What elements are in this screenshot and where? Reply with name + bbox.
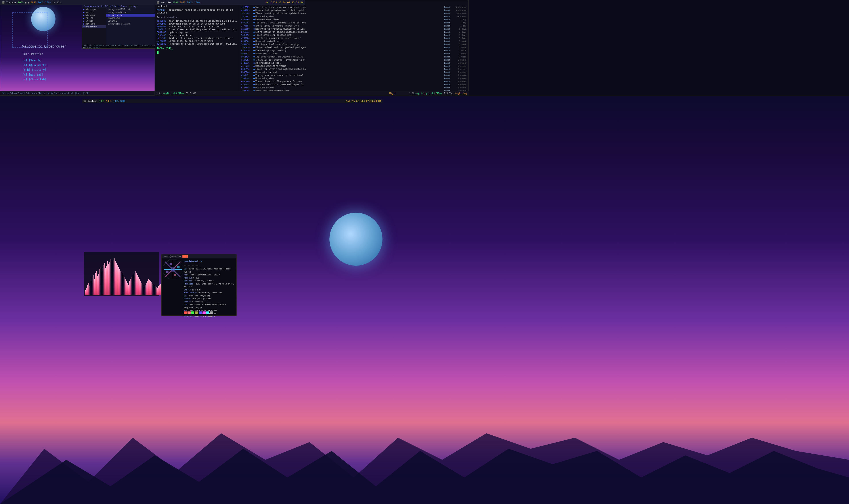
neo-value: ASUS COMPUTER INC. G512V — [191, 274, 220, 276]
log-author: Emmet — [444, 16, 454, 18]
sb-left-title: Youtube — [6, 1, 16, 4]
git-log-item: bc3130c●Updated install notesEmmet1 week — [241, 40, 467, 43]
log-hash: bc3130c — [241, 40, 253, 42]
git-left-panel: Head: main Fixed all screenshots to be o… — [155, 0, 239, 95]
audio-bar — [106, 266, 107, 295]
log-msg: Extra lines to ensure flakes work — [255, 24, 444, 27]
commit-hash: dee0888 — [157, 20, 169, 22]
fb-footer-text: drwxr-xr 1 emmet users 528 B 2023-11-04 … — [83, 44, 156, 49]
qute-nav-history[interactable]: [S-h] [History] — [22, 68, 66, 72]
neo-info-item: Uptime: 13 hours, 35 mins — [184, 280, 236, 283]
svg-rect-61 — [174, 274, 176, 276]
log-time: 3 days — [454, 37, 466, 39]
git-commit-item: dee0888main gitea/main gitlab/main githu… — [157, 20, 237, 22]
fb-item-lrnix[interactable]: ▶ lr-nix — [82, 19, 106, 22]
qute-nav-closetab[interactable]: [x] [Close tab] — [22, 77, 66, 82]
log-author: Emmet — [444, 53, 454, 55]
fb-item-uwunicorn[interactable]: ▼ uwunicorn — [82, 25, 106, 28]
log-dot: ● — [253, 46, 255, 49]
log-hash: 5a6b819 — [241, 47, 253, 49]
log-hash: b3c6a33 — [241, 31, 253, 33]
audio-bar — [139, 279, 140, 295]
log-dot: ● — [253, 58, 255, 61]
audio-bar — [129, 281, 130, 295]
audio-bar — [160, 284, 161, 295]
git-commits-container: dee0888main gitea/main gitlab/main githu… — [157, 20, 237, 45]
fb-right-license[interactable]: LICENSE — [106, 19, 157, 22]
sb-left-icon: 🎬 — [2, 1, 5, 4]
bsb-cpu: 104% 100% — [113, 100, 125, 102]
log-dot: ● — [253, 62, 255, 64]
log-author: Emmet — [444, 37, 454, 39]
log-hash: e011f28 — [241, 56, 253, 58]
fb-item-reorg[interactable]: ▶ RE=.org — [82, 22, 106, 25]
git-log-item: 5af93d2●Testing if auto-cpufreq is syste… — [241, 21, 467, 24]
log-dot: ● — [253, 49, 255, 52]
neo-color-swatch — [206, 311, 210, 314]
neo-color-swatch — [210, 311, 213, 314]
log-author: Emmet — [444, 19, 454, 21]
fb-folder-icon: ▶ — [83, 17, 85, 19]
divider — [0, 95, 849, 96]
log-author: Emmet — [444, 56, 454, 58]
audio-bar — [140, 281, 141, 295]
log-msg: Getting rid of some electron pkgs — [255, 43, 444, 46]
qute-nav-label-qm: [Quickmarks] — [29, 64, 48, 67]
qute-nav-newtab[interactable]: [t] [New tab] — [22, 72, 66, 77]
commit-msg: Updated system — [169, 31, 237, 34]
fb-right-bg256[interactable]: background256.txt — [106, 8, 157, 11]
audio-bar — [149, 280, 150, 295]
log-dot: ● — [253, 9, 255, 12]
audio-bar — [128, 285, 129, 295]
neo-value: Hyprland (Wayland) — [188, 295, 210, 297]
git-merge-label: Merge: — [157, 8, 167, 11]
fb-right-bg4[interactable]: background4.txt — [106, 11, 157, 14]
fb-folder-icon: ▶ — [83, 20, 85, 22]
qute-nav-quickmarks[interactable]: [b] [Quickmarks] — [22, 63, 66, 68]
audio-bar — [103, 265, 104, 295]
sb-right-icon: 🎬 — [157, 1, 160, 4]
audio-bar — [108, 264, 109, 295]
audio-bar — [92, 277, 92, 295]
fb-item-blossom[interactable]: ▶ blossom — [82, 14, 106, 17]
fb-right-yaml[interactable]: uwunicorn-yt.yaml — [106, 22, 157, 25]
neo-colorbar: ████ — [182, 255, 188, 257]
audio-bar — [100, 269, 100, 295]
audio-bar — [111, 259, 111, 295]
audio-bar — [120, 269, 120, 295]
qute-nav-key-o: [o] — [22, 59, 27, 62]
commit-msg: Fixes flake not building when flake.nix … — [169, 28, 237, 31]
log-hash: e4e563c — [241, 84, 253, 86]
neo-info-item: Packages: 1303 (nix-user), 2792 (nix-sys… — [184, 283, 236, 288]
git-commit-item: 4860fe0Ranger dnd optimization + qb file… — [157, 25, 237, 28]
git-log-item: e5b9f51●Trying some new power optimizati… — [241, 74, 467, 77]
log-hash: c65b3d0 — [241, 80, 253, 83]
log-time: 1 day — [454, 22, 466, 24]
git-footer-branch: magit: .dotfiles — [163, 92, 184, 95]
log-hash: b3c7d0d — [241, 87, 253, 89]
audio-bar — [127, 283, 128, 295]
sb-right-cpu: 104% 100% — [187, 1, 200, 4]
audio-bar — [112, 261, 112, 295]
git-recent-title: Recent commits — [157, 16, 237, 19]
log-dot: ● — [253, 6, 255, 8]
neo-info-item: DE: Hyprland (Wayland) — [184, 294, 236, 298]
log-msg: Fix for nix parser on install.org? — [255, 37, 444, 39]
bsb-datetime: Sat 2023-11-04 02:13:20 PM — [346, 100, 381, 102]
fb-right-readme[interactable]: README.md — [106, 17, 157, 19]
qute-nav-search[interactable]: [o] [Search] — [22, 58, 66, 63]
log-hash: cefa230 — [241, 65, 253, 67]
sb-right-datetime: Sat 2023-11-04 02:13:20 PM — [265, 1, 303, 4]
neo-label: Resolution: — [184, 292, 198, 294]
qute-welcome-title: Welcome to Qutebrowser — [22, 43, 66, 50]
fb-item-fllck[interactable]: ▶ fl.lck — [82, 17, 106, 19]
log-dot: ● — [253, 34, 255, 36]
fb-right-polarity[interactable]: polarity.txt — [106, 14, 157, 17]
log-author: Emmet — [444, 59, 454, 61]
git-log-item: bb06140●Updated pyprlandEmmet2 weeks — [241, 71, 467, 74]
git-footer-right-branch: magit-log: .dotfiles — [415, 92, 442, 95]
git-log-item: 5a94da4●Updated systemEmmet2 weeks — [241, 77, 467, 80]
fb-item-system[interactable]: ▶ system — [82, 11, 106, 14]
audio-bar — [157, 288, 158, 295]
fb-item-ald[interactable]: ▶ ald-hope — [82, 8, 106, 11]
